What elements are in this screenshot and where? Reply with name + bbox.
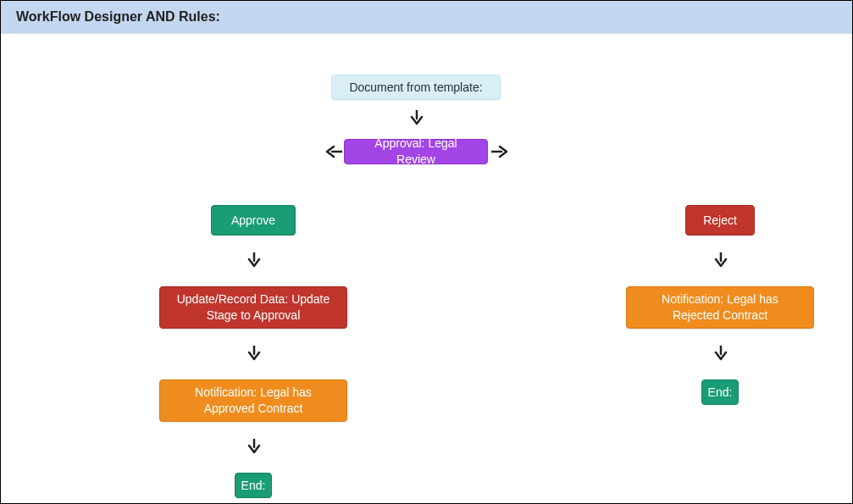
node-label: Reject bbox=[703, 213, 737, 229]
page-title: WorkFlow Designer AND Rules: bbox=[1, 1, 852, 34]
node-label: Notification: Legal has Rejected Contrac… bbox=[639, 291, 801, 324]
node-label: End: bbox=[241, 478, 266, 494]
node-reject[interactable]: Reject bbox=[685, 205, 755, 235]
arrow-right-icon bbox=[490, 144, 509, 159]
node-label: Notification: Legal has Approved Contrac… bbox=[172, 385, 335, 417]
arrow-down-icon bbox=[245, 439, 263, 454]
arrow-left-icon bbox=[324, 144, 343, 159]
workflow-designer: WorkFlow Designer AND Rules: Document fr… bbox=[0, 0, 853, 504]
node-label: End: bbox=[708, 385, 733, 401]
workflow-canvas[interactable]: Document from template: Approval: Legal … bbox=[1, 34, 852, 502]
node-document-template[interactable]: Document from template: bbox=[331, 75, 501, 100]
node-label: Approve bbox=[231, 213, 275, 229]
arrow-down-icon bbox=[712, 252, 730, 268]
node-notification-rejected[interactable]: Notification: Legal has Rejected Contrac… bbox=[626, 286, 814, 329]
node-label: Update/Record Data: Update Stage to Appr… bbox=[172, 291, 335, 324]
node-update-record-data[interactable]: Update/Record Data: Update Stage to Appr… bbox=[159, 286, 347, 329]
node-label: Document from template: bbox=[349, 80, 482, 96]
arrow-down-icon bbox=[245, 346, 263, 361]
node-label: Approval: Legal Review bbox=[357, 136, 475, 168]
arrow-down-icon bbox=[245, 252, 263, 268]
node-notification-approved[interactable]: Notification: Legal has Approved Contrac… bbox=[159, 379, 347, 422]
node-approval-legal-review[interactable]: Approval: Legal Review bbox=[344, 139, 488, 164]
node-approve[interactable]: Approve bbox=[211, 205, 296, 235]
node-end-left[interactable]: End: bbox=[235, 473, 272, 498]
arrow-down-icon bbox=[712, 346, 730, 361]
arrow-down-icon bbox=[407, 110, 426, 125]
node-end-right[interactable]: End: bbox=[701, 379, 739, 405]
